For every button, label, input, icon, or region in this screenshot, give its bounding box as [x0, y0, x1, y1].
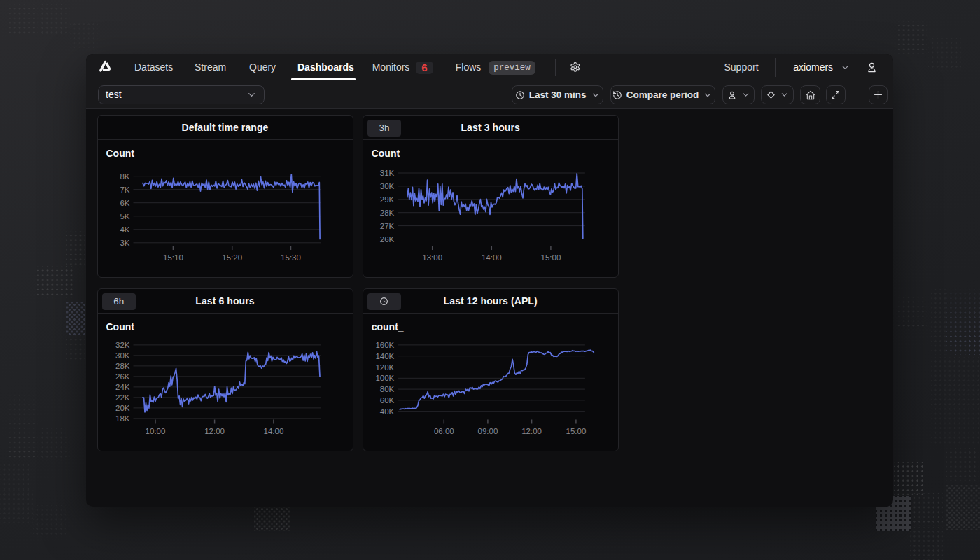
svg-text:4K: 4K — [120, 225, 130, 233]
svg-text:15:00: 15:00 — [540, 253, 561, 261]
svg-text:160K: 160K — [375, 340, 394, 349]
svg-text:09:00: 09:00 — [477, 427, 498, 435]
svg-text:20K: 20K — [115, 403, 130, 412]
svg-text:80K: 80K — [380, 385, 395, 393]
svg-text:27K: 27K — [380, 221, 395, 230]
svg-text:6K: 6K — [120, 198, 130, 206]
svg-text:140K: 140K — [375, 351, 394, 360]
svg-text:7K: 7K — [120, 185, 130, 193]
svg-text:26K: 26K — [115, 372, 130, 380]
svg-text:18K: 18K — [115, 414, 130, 422]
svg-text:06:00: 06:00 — [434, 427, 454, 435]
svg-text:15:10: 15:10 — [163, 253, 183, 261]
svg-text:8K: 8K — [120, 172, 130, 180]
svg-text:60K: 60K — [380, 396, 395, 404]
svg-text:31K: 31K — [380, 169, 395, 177]
svg-text:40K: 40K — [380, 407, 395, 415]
svg-text:15:00: 15:00 — [566, 427, 586, 435]
svg-text:14:00: 14:00 — [263, 427, 284, 435]
svg-text:30K: 30K — [115, 351, 130, 359]
svg-text:120K: 120K — [375, 363, 394, 371]
svg-text:10:00: 10:00 — [145, 427, 165, 435]
svg-text:12:00: 12:00 — [204, 427, 225, 435]
svg-text:29K: 29K — [380, 195, 395, 203]
svg-text:15:20: 15:20 — [222, 253, 242, 261]
svg-text:100K: 100K — [375, 374, 394, 382]
svg-text:28K: 28K — [115, 361, 130, 370]
svg-text:3K: 3K — [120, 238, 130, 246]
svg-text:12:00: 12:00 — [522, 427, 542, 435]
svg-text:24K: 24K — [115, 382, 130, 391]
svg-text:13:00: 13:00 — [422, 253, 442, 261]
svg-text:14:00: 14:00 — [482, 253, 502, 261]
svg-text:15:30: 15:30 — [281, 253, 301, 261]
svg-text:32K: 32K — [115, 340, 130, 349]
svg-text:28K: 28K — [380, 208, 395, 216]
svg-text:5K: 5K — [120, 211, 130, 220]
svg-text:30K: 30K — [380, 181, 395, 190]
svg-text:22K: 22K — [115, 393, 130, 401]
svg-text:26K: 26K — [380, 234, 395, 243]
